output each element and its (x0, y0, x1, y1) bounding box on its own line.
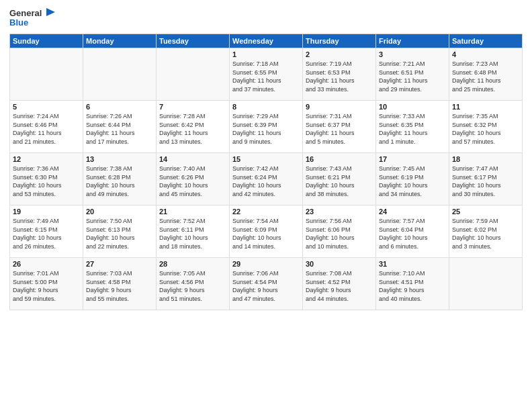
page: GeneralBlue SundayMondayTuesdayWednesday… (0, 0, 532, 411)
day-info: Sunrise: 7:42 AM Sunset: 6:24 PM Dayligh… (232, 165, 300, 198)
day-number: 28 (159, 260, 226, 268)
day-info: Sunrise: 7:47 AM Sunset: 6:17 PM Dayligh… (452, 165, 519, 198)
day-number: 5 (13, 103, 80, 111)
day-info: Sunrise: 7:50 AM Sunset: 6:13 PM Dayligh… (86, 217, 153, 250)
day-info: Sunrise: 7:40 AM Sunset: 6:26 PM Dayligh… (159, 165, 226, 198)
day-number: 12 (13, 155, 80, 163)
day-number: 1 (232, 50, 300, 58)
calendar-cell: 17Sunrise: 7:45 AM Sunset: 6:19 PM Dayli… (376, 153, 449, 205)
calendar-cell: 2Sunrise: 7:19 AM Sunset: 6:53 PM Daylig… (303, 48, 376, 101)
calendar-cell: 25Sunrise: 7:59 AM Sunset: 6:02 PM Dayli… (449, 205, 523, 258)
day-number: 30 (306, 260, 373, 268)
day-number: 6 (86, 103, 153, 111)
day-info: Sunrise: 7:49 AM Sunset: 6:15 PM Dayligh… (13, 217, 80, 250)
day-info: Sunrise: 7:36 AM Sunset: 6:30 PM Dayligh… (13, 165, 80, 198)
day-number: 17 (379, 155, 446, 163)
weekday-header-friday: Friday (376, 34, 449, 48)
day-info: Sunrise: 7:56 AM Sunset: 6:06 PM Dayligh… (306, 217, 373, 250)
weekday-header-thursday: Thursday (303, 34, 376, 48)
calendar-cell: 28Sunrise: 7:05 AM Sunset: 4:56 PM Dayli… (157, 258, 230, 310)
calendar-cell: 19Sunrise: 7:49 AM Sunset: 6:15 PM Dayli… (10, 205, 83, 258)
day-number: 10 (379, 103, 446, 111)
day-info: Sunrise: 7:29 AM Sunset: 6:39 PM Dayligh… (232, 112, 300, 146)
calendar-cell: 4Sunrise: 7:23 AM Sunset: 6:48 PM Daylig… (449, 48, 523, 101)
svg-marker-0 (46, 8, 55, 16)
day-info: Sunrise: 7:38 AM Sunset: 6:28 PM Dayligh… (86, 165, 153, 198)
calendar-cell: 8Sunrise: 7:29 AM Sunset: 6:39 PM Daylig… (230, 101, 303, 153)
calendar-cell: 24Sunrise: 7:57 AM Sunset: 6:04 PM Dayli… (376, 205, 449, 258)
calendar-week-row: 12Sunrise: 7:36 AM Sunset: 6:30 PM Dayli… (10, 153, 523, 205)
day-number: 8 (232, 103, 300, 111)
day-number: 3 (379, 50, 446, 58)
day-info: Sunrise: 7:26 AM Sunset: 6:44 PM Dayligh… (86, 112, 153, 146)
calendar-cell: 13Sunrise: 7:38 AM Sunset: 6:28 PM Dayli… (83, 153, 157, 205)
day-info: Sunrise: 7:03 AM Sunset: 4:58 PM Dayligh… (86, 269, 153, 303)
calendar-cell: 20Sunrise: 7:50 AM Sunset: 6:13 PM Dayli… (83, 205, 157, 258)
weekday-header-tuesday: Tuesday (157, 34, 230, 48)
day-info: Sunrise: 7:45 AM Sunset: 6:19 PM Dayligh… (379, 165, 446, 198)
day-number: 21 (159, 208, 226, 216)
calendar-cell: 27Sunrise: 7:03 AM Sunset: 4:58 PM Dayli… (83, 258, 157, 310)
weekday-header-row: SundayMondayTuesdayWednesdayThursdayFrid… (10, 34, 523, 48)
day-info: Sunrise: 7:05 AM Sunset: 4:56 PM Dayligh… (159, 269, 226, 303)
day-info: Sunrise: 7:24 AM Sunset: 6:46 PM Dayligh… (13, 112, 80, 146)
calendar-week-row: 26Sunrise: 7:01 AM Sunset: 5:00 PM Dayli… (10, 258, 523, 310)
calendar-cell (83, 48, 157, 101)
calendar-cell (10, 48, 83, 101)
weekday-header-sunday: Sunday (10, 34, 83, 48)
day-info: Sunrise: 7:08 AM Sunset: 4:52 PM Dayligh… (306, 269, 373, 303)
calendar-cell: 14Sunrise: 7:40 AM Sunset: 6:26 PM Dayli… (157, 153, 230, 205)
day-info: Sunrise: 7:28 AM Sunset: 6:42 PM Dayligh… (159, 112, 226, 146)
day-number: 14 (159, 155, 226, 163)
calendar-cell: 21Sunrise: 7:52 AM Sunset: 6:11 PM Dayli… (157, 205, 230, 258)
calendar-cell: 22Sunrise: 7:54 AM Sunset: 6:09 PM Dayli… (230, 205, 303, 258)
calendar-cell: 30Sunrise: 7:08 AM Sunset: 4:52 PM Dayli… (303, 258, 376, 310)
calendar-cell: 16Sunrise: 7:43 AM Sunset: 6:21 PM Dayli… (303, 153, 376, 205)
day-number: 15 (232, 155, 300, 163)
day-number: 11 (452, 103, 519, 111)
calendar-cell: 9Sunrise: 7:31 AM Sunset: 6:37 PM Daylig… (303, 101, 376, 153)
day-number: 9 (306, 103, 373, 111)
day-number: 4 (452, 50, 519, 58)
logo: GeneralBlue (9, 7, 56, 30)
calendar-cell: 5Sunrise: 7:24 AM Sunset: 6:46 PM Daylig… (10, 101, 83, 153)
calendar-cell: 12Sunrise: 7:36 AM Sunset: 6:30 PM Dayli… (10, 153, 83, 205)
svg-text:Blue: Blue (9, 17, 28, 28)
calendar-cell: 6Sunrise: 7:26 AM Sunset: 6:44 PM Daylig… (83, 101, 157, 153)
day-info: Sunrise: 7:21 AM Sunset: 6:51 PM Dayligh… (379, 60, 446, 93)
day-number: 13 (86, 155, 153, 163)
day-info: Sunrise: 7:57 AM Sunset: 6:04 PM Dayligh… (379, 217, 446, 250)
calendar-cell: 7Sunrise: 7:28 AM Sunset: 6:42 PM Daylig… (157, 101, 230, 153)
calendar-cell: 3Sunrise: 7:21 AM Sunset: 6:51 PM Daylig… (376, 48, 449, 101)
calendar-cell (449, 258, 523, 310)
day-number: 22 (232, 208, 300, 216)
day-number: 16 (306, 155, 373, 163)
calendar-cell: 10Sunrise: 7:33 AM Sunset: 6:35 PM Dayli… (376, 101, 449, 153)
day-number: 20 (86, 208, 153, 216)
weekday-header-wednesday: Wednesday (230, 34, 303, 48)
day-number: 31 (379, 260, 446, 268)
calendar-cell: 15Sunrise: 7:42 AM Sunset: 6:24 PM Dayli… (230, 153, 303, 205)
day-number: 7 (159, 103, 226, 111)
calendar-cell: 23Sunrise: 7:56 AM Sunset: 6:06 PM Dayli… (303, 205, 376, 258)
weekday-header-monday: Monday (83, 34, 157, 48)
logo-svg: GeneralBlue (9, 7, 56, 30)
day-info: Sunrise: 7:35 AM Sunset: 6:32 PM Dayligh… (452, 112, 519, 146)
calendar-week-row: 5Sunrise: 7:24 AM Sunset: 6:46 PM Daylig… (10, 101, 523, 153)
calendar-table: SundayMondayTuesdayWednesdayThursdayFrid… (9, 34, 523, 310)
calendar-cell: 31Sunrise: 7:10 AM Sunset: 4:51 PM Dayli… (376, 258, 449, 310)
calendar-week-row: 19Sunrise: 7:49 AM Sunset: 6:15 PM Dayli… (10, 205, 523, 258)
day-info: Sunrise: 7:43 AM Sunset: 6:21 PM Dayligh… (306, 165, 373, 198)
day-info: Sunrise: 7:52 AM Sunset: 6:11 PM Dayligh… (159, 217, 226, 250)
day-number: 2 (306, 50, 373, 58)
calendar-cell: 18Sunrise: 7:47 AM Sunset: 6:17 PM Dayli… (449, 153, 523, 205)
day-info: Sunrise: 7:01 AM Sunset: 5:00 PM Dayligh… (13, 269, 80, 303)
day-number: 25 (452, 208, 519, 216)
day-number: 18 (452, 155, 519, 163)
day-number: 19 (13, 208, 80, 216)
weekday-header-saturday: Saturday (449, 34, 523, 48)
calendar-cell: 1Sunrise: 7:18 AM Sunset: 6:55 PM Daylig… (230, 48, 303, 101)
calendar-cell: 26Sunrise: 7:01 AM Sunset: 5:00 PM Dayli… (10, 258, 83, 310)
day-info: Sunrise: 7:06 AM Sunset: 4:54 PM Dayligh… (232, 269, 300, 303)
day-info: Sunrise: 7:33 AM Sunset: 6:35 PM Dayligh… (379, 112, 446, 146)
